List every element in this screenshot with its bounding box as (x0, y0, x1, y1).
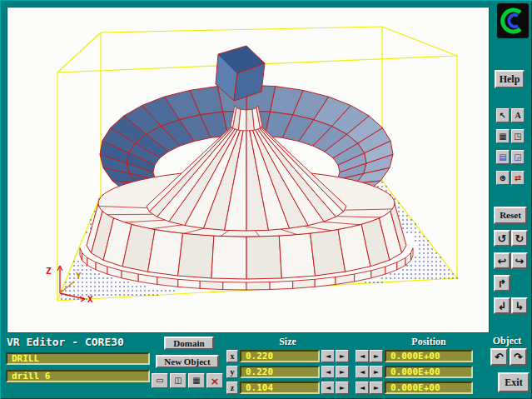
instance-name-field[interactable]: drill_6 (6, 370, 150, 382)
object-name-field[interactable]: DRILL (6, 352, 150, 365)
size-label: Size (226, 336, 349, 348)
text-tool-icon[interactable]: A (511, 108, 525, 122)
app-logo-icon (497, 3, 529, 38)
object-label: Object (485, 335, 530, 347)
size-y-increment-icon[interactable]: ► (336, 366, 349, 378)
svg-text:Y: Y (76, 271, 82, 282)
position-y-field[interactable]: 0.000E+00 (385, 366, 473, 378)
page-tool-icon[interactable]: ◲ (511, 150, 525, 164)
grid-tool-icon[interactable]: ▦ (496, 129, 510, 143)
size-z-field[interactable]: 0.104 (240, 382, 320, 394)
size-x-axis-button[interactable]: x (226, 350, 238, 362)
position-x-increment-icon[interactable]: ► (370, 350, 383, 362)
position-z-field[interactable]: 0.000E+00 (385, 382, 473, 394)
position-x-decrement-icon[interactable]: ◄ (355, 350, 369, 362)
turn-up-arrow-icon[interactable]: ↱ (494, 275, 510, 292)
rotate-ccw-icon[interactable]: ↺ (494, 230, 510, 247)
corner-down-right-arrow-icon[interactable]: ↳ (511, 297, 528, 314)
position-x-field[interactable]: 0.000E+00 (385, 350, 473, 362)
viewport-3d[interactable]: ZYX (7, 7, 490, 333)
domain-button[interactable]: Domain (164, 337, 214, 350)
window-title: VR Editor - CORE30 (7, 336, 124, 348)
size-y-field[interactable]: 0.220 (240, 366, 320, 378)
svg-text:X: X (87, 294, 93, 305)
help-button[interactable]: Help (495, 70, 525, 88)
list-tool-icon[interactable]: ▤ (496, 150, 510, 164)
swap-tool-icon[interactable]: ⇄ (511, 171, 525, 185)
redo-arrow-icon[interactable]: ↪ (511, 252, 528, 269)
size-z-decrement-icon[interactable]: ◄ (321, 382, 335, 394)
rotate-cw-icon[interactable]: ↻ (511, 230, 528, 247)
undo-arrow-icon[interactable]: ↩ (494, 252, 510, 269)
zoom-tool-icon[interactable]: ⊕ (496, 171, 510, 185)
position-y-increment-icon[interactable]: ► (370, 366, 383, 378)
object-rotate-left-icon[interactable]: ↶ (490, 348, 508, 366)
size-x-decrement-icon[interactable]: ◄ (321, 350, 335, 362)
object-rotate-right-icon[interactable]: ↷ (510, 348, 527, 366)
svg-text:Z: Z (46, 266, 52, 277)
vertex-tool-icon[interactable]: ▭ (152, 373, 168, 388)
position-y-decrement-icon[interactable]: ◄ (355, 366, 369, 378)
reset-button[interactable]: Reset (494, 207, 527, 224)
size-y-decrement-icon[interactable]: ◄ (321, 366, 335, 378)
corner-down-left-arrow-icon[interactable]: ↲ (494, 297, 510, 314)
new-object-button[interactable]: New Object (156, 355, 219, 368)
scene-canvas[interactable]: ZYX (7, 7, 489, 332)
link-tool-icon[interactable]: ◫ (170, 373, 186, 388)
size-z-axis-button[interactable]: z (226, 382, 238, 394)
delete-tool-icon[interactable]: × (206, 373, 223, 388)
select-tool-icon[interactable]: ↖ (496, 108, 510, 122)
size-x-increment-icon[interactable]: ► (336, 350, 349, 362)
mesh-tool-icon[interactable]: ▦ (188, 373, 205, 388)
position-z-increment-icon[interactable]: ► (370, 382, 383, 394)
window-tool-icon[interactable]: ◳ (511, 129, 525, 143)
size-x-field[interactable]: 0.220 (240, 350, 320, 362)
position-z-decrement-icon[interactable]: ◄ (355, 382, 369, 394)
size-z-increment-icon[interactable]: ► (336, 382, 349, 394)
exit-button[interactable]: Exit (498, 372, 530, 392)
size-y-axis-button[interactable]: y (226, 366, 238, 378)
position-label: Position (370, 336, 487, 348)
